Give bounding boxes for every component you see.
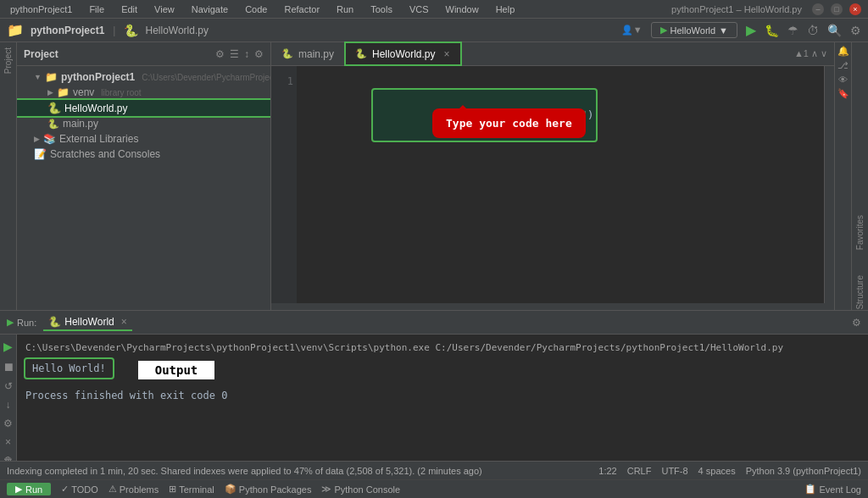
settings-icon2[interactable]: ⚙	[2, 416, 14, 431]
menu-file[interactable]: File	[86, 3, 108, 16]
menu-project[interactable]: pythonProject1	[7, 3, 75, 16]
run-button[interactable]: ▶	[746, 22, 756, 38]
window-title: pythonProject1 – HelloWorld.py	[671, 4, 802, 14]
tree-item-helloworld[interactable]: 🐍 HelloWorld.py	[17, 100, 270, 116]
menu-help[interactable]: Help	[492, 3, 519, 16]
menu-view[interactable]: View	[151, 3, 178, 16]
code-area[interactable]: print("Hello World!") Type your code her…	[297, 66, 824, 303]
run-config-name: HelloWorld	[670, 25, 716, 36]
toolbar-event-log[interactable]: 📋 Event Log	[804, 484, 861, 495]
bottom-tab-helloworld[interactable]: 🐍 HelloWorld ×	[43, 314, 131, 331]
terminal-content[interactable]: C:\Users\Devender\PycharmProjects\python…	[17, 335, 868, 479]
minimize-button[interactable]: –	[812, 3, 824, 15]
tab-main-py[interactable]: 🐍 main.py	[271, 42, 345, 65]
search-everywhere-button[interactable]: 🔍	[827, 24, 842, 37]
menu-navigate[interactable]: Navigate	[188, 3, 231, 16]
project-layout-icon[interactable]: ☰	[230, 48, 239, 60]
profile-button[interactable]: ⏱	[807, 24, 819, 37]
status-bar: Indexing completed in 1 min, 20 sec. Sha…	[0, 461, 868, 479]
output-label-text: Output	[138, 361, 215, 379]
bookmark-icon[interactable]: 🔖	[837, 88, 849, 99]
editor-scrollbar[interactable]	[824, 66, 834, 303]
tab-helloworld-py[interactable]: 🐍 HelloWorld.py ×	[345, 42, 461, 65]
output-line: Hello World! Output	[25, 359, 860, 381]
debug-button[interactable]: 🐛	[765, 24, 779, 37]
user-icon[interactable]: 👤▼	[621, 25, 643, 36]
close-button[interactable]: ×	[849, 3, 861, 15]
ext-libs-icon: 📚	[43, 133, 56, 145]
bottom-left-icons: ▶ ⏹ ↺ ↓ ⚙ × 🗑	[0, 335, 17, 479]
window-controls: – □ ×	[812, 3, 861, 15]
toolbar-run-icon: ▶	[15, 484, 22, 495]
toolbar-right: 📋 Event Log	[804, 484, 861, 495]
menu-window[interactable]: Window	[442, 3, 482, 16]
close-panel-icon[interactable]: ×	[3, 434, 13, 450]
menu-vcs[interactable]: VCS	[406, 3, 432, 16]
project-sort-icon[interactable]: ↕	[244, 48, 249, 60]
toolbar-bar: 📁 pythonProject1 | 🐍 HelloWorld.py 👤▼ ▶ …	[0, 19, 868, 42]
charset-status[interactable]: UTF-8	[661, 466, 687, 476]
project-settings-icon[interactable]: ⚙	[215, 48, 225, 60]
scroll-to-end-icon[interactable]: ↓	[4, 397, 13, 412]
settings-button[interactable]: ⚙	[850, 24, 861, 37]
helloworld-label: HelloWorld.py	[64, 102, 127, 114]
settings-gear-icon[interactable]: ⚙	[852, 317, 861, 329]
todo-icon: ✓	[61, 484, 69, 495]
stop-button[interactable]: ⏹	[1, 358, 16, 375]
python-version-status[interactable]: Python 3.9 (pythonProject1)	[746, 466, 861, 476]
project-panel-toggle[interactable]: Project	[3, 47, 13, 74]
tree-item-venv[interactable]: ▶ 📁 venv library root	[17, 85, 270, 100]
separator: |	[113, 25, 115, 36]
ext-libs-label: External Libraries	[59, 133, 138, 145]
git-icon[interactable]: ⎇	[837, 60, 849, 71]
tab-close-icon[interactable]: ×	[444, 48, 450, 60]
toolbar-todo[interactable]: ✓ TODO	[61, 484, 98, 495]
hello-world-output: Hello World!	[25, 359, 113, 378]
run-config-dropdown[interactable]: ▶ HelloWorld ▼	[651, 22, 737, 38]
chevron-right-icon: ▶	[47, 88, 53, 97]
bottom-panel: ▶ Run: 🐍 HelloWorld × ⚙ ▶ ⏹ ↺ ↓ ⚙ × 🗑 C:…	[0, 310, 868, 479]
inspect-icon[interactable]: 👁	[838, 75, 848, 85]
horizontal-scrollbar[interactable]	[271, 303, 834, 310]
coverage-button[interactable]: ☂	[787, 24, 798, 37]
tree-item-project[interactable]: ▼ 📁 pythonProject1 C:\Users\Devender\Pyc…	[17, 69, 270, 85]
menu-tools[interactable]: Tools	[367, 3, 396, 16]
menu-edit[interactable]: Edit	[118, 3, 141, 16]
project-gear-icon[interactable]: ⚙	[254, 48, 264, 60]
problems-label: Problems	[120, 484, 159, 495]
run-green-button[interactable]: ▶	[2, 338, 14, 355]
tree-item-scratches[interactable]: 📝 Scratches and Consoles	[17, 147, 270, 162]
ext-libs-chevron: ▶	[34, 135, 40, 143]
toolbar-python-console[interactable]: ≫ Python Console	[321, 484, 400, 495]
rerun-button[interactable]: ↺	[3, 379, 14, 394]
menu-refactor[interactable]: Refactor	[281, 3, 323, 16]
toolbar-python-packages[interactable]: 📦 Python Packages	[225, 484, 312, 495]
python-packages-label: Python Packages	[239, 484, 312, 495]
indent-status[interactable]: 4 spaces	[698, 466, 736, 476]
editor-content[interactable]: 1 print("Hello World!") Type your code h…	[271, 66, 834, 303]
line-number-1: 1	[275, 73, 293, 90]
helloworld-tab-label: HelloWorld.py	[372, 48, 435, 60]
toolbar-terminal[interactable]: ⊞ Terminal	[169, 484, 214, 495]
maximize-button[interactable]: □	[831, 3, 843, 15]
menu-code[interactable]: Code	[242, 3, 270, 16]
terminal-label: Terminal	[179, 484, 214, 495]
toolbar-problems[interactable]: ⚠ Problems	[108, 484, 159, 495]
python-console-label: Python Console	[334, 484, 400, 495]
helloworld-tab-x[interactable]: ×	[121, 316, 127, 328]
tooltip-bubble: Type your code here	[432, 108, 586, 138]
tree-item-main[interactable]: 🐍 main.py	[17, 116, 270, 131]
bottom-panel-controls: ⚙	[852, 317, 861, 329]
position-status[interactable]: 1:22	[598, 466, 616, 476]
notifications-icon[interactable]: 🔔	[837, 46, 849, 57]
bottom-panel-content: ▶ ⏹ ↺ ↓ ⚙ × 🗑 C:\Users\Devender\PycharmP…	[0, 335, 868, 479]
toolbar-run-button[interactable]: ▶ Run	[7, 483, 51, 495]
folder-icon: 📁	[45, 71, 58, 83]
line-separator-status[interactable]: CRLF	[627, 466, 652, 476]
tree-item-ext-libs[interactable]: ▶ 📚 External Libraries	[17, 131, 270, 147]
structure-toggle[interactable]: Structure	[855, 250, 865, 310]
favorites-toggle[interactable]: Favorites	[855, 208, 865, 250]
run-tab-label[interactable]: Run:	[17, 318, 36, 328]
menu-run[interactable]: Run	[333, 3, 357, 16]
favorites-bar: Favorites Structure	[851, 42, 868, 310]
